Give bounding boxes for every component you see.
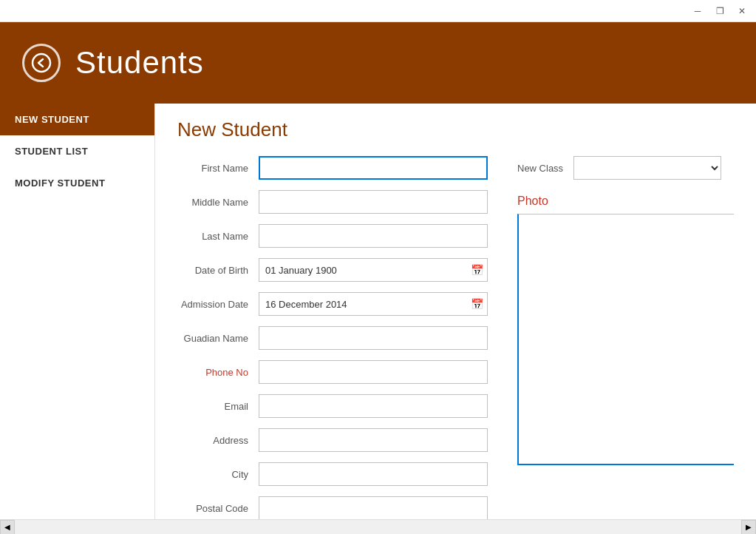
middle-name-input[interactable] — [259, 190, 488, 214]
city-label: City — [177, 469, 259, 480]
first-name-row: First Name — [177, 156, 488, 180]
class-row: New Class — [517, 156, 734, 180]
last-name-input[interactable] — [259, 224, 488, 248]
email-row: Email — [177, 394, 488, 418]
sidebar-item-modify-student[interactable]: MODIFY STUDENT — [0, 167, 154, 199]
postal-code-label: Postal Code — [177, 503, 259, 514]
class-select[interactable] — [573, 156, 721, 180]
class-label: New Class — [517, 163, 563, 174]
bottom-scrollbar: ◀ ▶ — [0, 519, 756, 534]
dob-input[interactable] — [259, 258, 488, 282]
back-button[interactable] — [22, 44, 61, 82]
last-name-label: Last Name — [177, 231, 259, 242]
postal-code-input[interactable] — [259, 496, 488, 519]
restore-button[interactable]: ❐ — [712, 3, 728, 19]
guardian-name-label: Guadian Name — [177, 333, 259, 344]
email-label: Email — [177, 401, 259, 412]
phone-label: Phone No — [177, 367, 259, 378]
email-input[interactable] — [259, 394, 488, 418]
photo-box[interactable] — [517, 214, 734, 465]
first-name-input[interactable] — [259, 156, 488, 180]
middle-name-label: Middle Name — [177, 197, 259, 208]
admission-date-input-wrapper: 📅 — [259, 292, 488, 316]
sidebar-item-new-student[interactable]: NEW STUDENT — [0, 104, 154, 135]
guardian-name-row: Guadian Name — [177, 326, 488, 350]
sidebar: NEW STUDENT STUDENT LIST MODIFY STUDENT — [0, 104, 155, 519]
dob-input-wrapper: 📅 — [259, 258, 488, 282]
form-layout: First Name Middle Name Last Name Date of… — [177, 156, 734, 519]
photo-label: Photo — [517, 195, 734, 208]
last-name-row: Last Name — [177, 224, 488, 248]
svg-point-0 — [33, 54, 50, 72]
middle-name-row: Middle Name — [177, 190, 488, 214]
address-label: Address — [177, 435, 259, 446]
phone-row: Phone No — [177, 360, 488, 384]
phone-input[interactable] — [259, 360, 488, 384]
page-title: New Student — [177, 118, 734, 141]
scroll-right-button[interactable]: ▶ — [741, 520, 756, 535]
main-area: NEW STUDENT STUDENT LIST MODIFY STUDENT … — [0, 104, 756, 519]
scroll-track — [15, 520, 741, 534]
postal-code-row: Postal Code — [177, 496, 488, 519]
admission-date-row: Admission Date 📅 — [177, 292, 488, 316]
content-area: New Student First Name Middle Name Last … — [155, 104, 756, 519]
first-name-label: First Name — [177, 163, 259, 174]
address-input[interactable] — [259, 428, 488, 452]
app-title: Students — [75, 45, 204, 81]
close-button[interactable]: ✕ — [734, 3, 750, 19]
titlebar: ─ ❐ ✕ — [0, 0, 756, 22]
form-left: First Name Middle Name Last Name Date of… — [177, 156, 488, 519]
guardian-name-input[interactable] — [259, 326, 488, 350]
dob-row: Date of Birth 📅 — [177, 258, 488, 282]
sidebar-item-student-list[interactable]: STUDENT LIST — [0, 135, 154, 167]
admission-date-input[interactable] — [259, 292, 488, 316]
city-row: City — [177, 462, 488, 486]
address-row: Address — [177, 428, 488, 452]
scroll-left-button[interactable]: ◀ — [0, 520, 15, 535]
admission-date-label: Admission Date — [177, 299, 259, 310]
app-header: Students — [0, 22, 756, 104]
form-right: New Class Photo — [517, 156, 734, 519]
city-input[interactable] — [259, 462, 488, 486]
minimize-button[interactable]: ─ — [689, 3, 706, 19]
photo-section: Photo — [517, 195, 734, 465]
dob-label: Date of Birth — [177, 265, 259, 276]
